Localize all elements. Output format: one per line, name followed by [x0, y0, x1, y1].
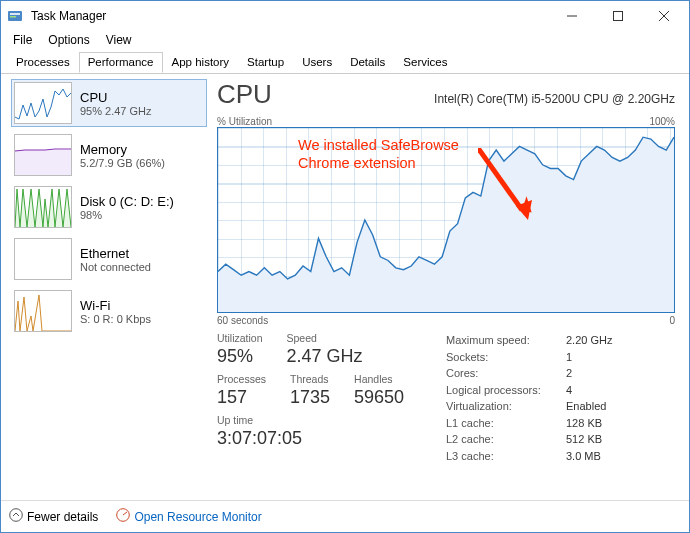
chart-label-br: 0	[669, 315, 675, 326]
stat-label: Up time	[217, 414, 446, 426]
chart-label-tl: % Utilization	[217, 116, 272, 127]
menu-file[interactable]: File	[5, 31, 40, 51]
stat-label: Threads	[290, 373, 330, 385]
cpu-chart: We installed SafeBrowse Chrome extension	[217, 127, 675, 313]
info-row: Sockets:1	[446, 349, 675, 366]
svg-line-13	[123, 512, 127, 515]
info-key: Cores:	[446, 365, 566, 382]
sidebar-sub: 5.2/7.9 GB (66%)	[80, 157, 165, 169]
close-button[interactable]	[641, 1, 687, 31]
info-row: L3 cache:3.0 MB	[446, 448, 675, 465]
memory-thumb	[14, 134, 72, 176]
info-row: L2 cache:512 KB	[446, 431, 675, 448]
info-row: L1 cache:128 KB	[446, 415, 675, 432]
sidebar: CPU 95% 2.47 GHz Memory 5.2/7.9 GB (66%)	[1, 73, 211, 500]
main-panel: CPU Intel(R) Core(TM) i5-5200U CPU @ 2.2…	[211, 73, 689, 500]
stat-value-handles: 59650	[354, 387, 404, 408]
info-value: 3.0 MB	[566, 448, 601, 465]
stat-label: Utilization	[217, 332, 263, 344]
sidebar-sub: 95% 2.47 GHz	[80, 105, 152, 117]
info-key: Logical processors:	[446, 382, 566, 399]
menu-options[interactable]: Options	[40, 31, 97, 51]
tab-performance[interactable]: Performance	[79, 52, 163, 73]
info-value: 128 KB	[566, 415, 602, 432]
tab-processes[interactable]: Processes	[7, 52, 79, 73]
info-key: L3 cache:	[446, 448, 566, 465]
info-value: Enabled	[566, 398, 606, 415]
stat-value-processes: 157	[217, 387, 266, 408]
svg-rect-1	[10, 13, 20, 15]
tab-details[interactable]: Details	[341, 52, 394, 73]
sidebar-item-ethernet[interactable]: Ethernet Not connected	[11, 235, 207, 283]
svg-rect-7	[15, 150, 72, 176]
info-value: 4	[566, 382, 572, 399]
info-row: Virtualization:Enabled	[446, 398, 675, 415]
info-key: Maximum speed:	[446, 332, 566, 349]
sidebar-item-cpu[interactable]: CPU 95% 2.47 GHz	[11, 79, 207, 127]
info-key: Sockets:	[446, 349, 566, 366]
wifi-thumb	[14, 290, 72, 332]
info-value: 2.20 GHz	[566, 332, 612, 349]
sidebar-label: Disk 0 (C: D: E:)	[80, 194, 174, 209]
info-key: Virtualization:	[446, 398, 566, 415]
app-title: Task Manager	[31, 9, 549, 23]
fewer-details-button[interactable]: Fewer details	[9, 508, 98, 525]
title-bar: Task Manager	[1, 1, 689, 31]
stat-value-speed: 2.47 GHz	[287, 346, 363, 367]
open-resource-monitor-link[interactable]: Open Resource Monitor	[116, 508, 261, 525]
info-value: 512 KB	[566, 431, 602, 448]
sidebar-sub: Not connected	[80, 261, 151, 273]
cpu-thumb	[14, 82, 72, 124]
resmon-icon	[116, 508, 130, 525]
svg-rect-4	[614, 12, 623, 21]
stat-value-threads: 1735	[290, 387, 330, 408]
chart-annotation: We installed SafeBrowse Chrome extension	[298, 136, 459, 172]
sidebar-item-disk[interactable]: Disk 0 (C: D: E:) 98%	[11, 183, 207, 231]
chart-label-bl: 60 seconds	[217, 315, 268, 326]
sidebar-sub: S: 0 R: 0 Kbps	[80, 313, 151, 325]
info-value: 2	[566, 365, 572, 382]
stat-label: Processes	[217, 373, 266, 385]
svg-line-8	[478, 148, 522, 210]
sidebar-sub: 98%	[80, 209, 174, 221]
info-row: Cores:2	[446, 365, 675, 382]
tab-services[interactable]: Services	[394, 52, 456, 73]
chart-label-tr: 100%	[649, 116, 675, 127]
info-row: Logical processors:4	[446, 382, 675, 399]
tab-users[interactable]: Users	[293, 52, 341, 73]
footer: Fewer details Open Resource Monitor	[1, 500, 689, 532]
minimize-button[interactable]	[549, 1, 595, 31]
tab-app-history[interactable]: App history	[163, 52, 239, 73]
stat-label: Handles	[354, 373, 404, 385]
page-title: CPU	[217, 79, 434, 110]
info-value: 1	[566, 349, 572, 366]
sidebar-label: CPU	[80, 90, 152, 105]
cpu-model: Intel(R) Core(TM) i5-5200U CPU @ 2.20GHz	[434, 92, 675, 106]
disk-thumb	[14, 186, 72, 228]
stat-label: Speed	[287, 332, 363, 344]
menu-view[interactable]: View	[98, 31, 140, 51]
chevron-up-icon	[9, 508, 23, 525]
info-row: Maximum speed:2.20 GHz	[446, 332, 675, 349]
stat-value-utilization: 95%	[217, 346, 263, 367]
ethernet-thumb	[14, 238, 72, 280]
app-icon	[7, 8, 23, 24]
sidebar-item-memory[interactable]: Memory 5.2/7.9 GB (66%)	[11, 131, 207, 179]
sidebar-item-wifi[interactable]: Wi-Fi S: 0 R: 0 Kbps	[11, 287, 207, 335]
stat-value-uptime: 3:07:07:05	[217, 428, 446, 449]
sidebar-label: Wi-Fi	[80, 298, 151, 313]
sidebar-label: Ethernet	[80, 246, 151, 261]
info-key: L2 cache:	[446, 431, 566, 448]
menu-bar: File Options View	[1, 31, 689, 51]
svg-point-11	[10, 509, 23, 522]
info-key: L1 cache:	[446, 415, 566, 432]
tab-startup[interactable]: Startup	[238, 52, 293, 73]
svg-rect-2	[10, 16, 16, 18]
task-manager-window: Task Manager File Options View Processes…	[0, 0, 690, 533]
arrow-icon	[478, 148, 538, 228]
tab-strip: Processes Performance App history Startu…	[1, 52, 689, 74]
content-area: CPU 95% 2.47 GHz Memory 5.2/7.9 GB (66%)	[1, 73, 689, 500]
maximize-button[interactable]	[595, 1, 641, 31]
sidebar-label: Memory	[80, 142, 165, 157]
